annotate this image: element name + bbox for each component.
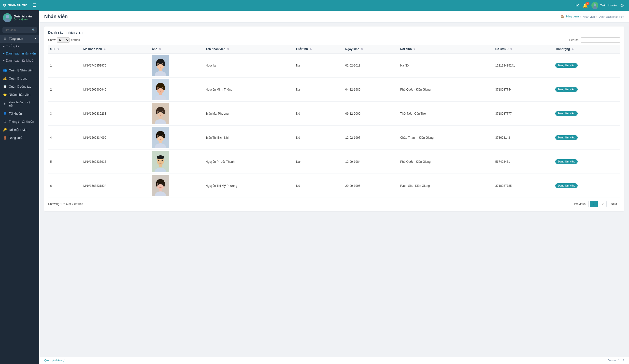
cell-tinh-trang: Đang làm việc (553, 174, 620, 198)
cell-gioi-tinh: Nữ (294, 102, 343, 126)
sort-icon: ⇅ (361, 48, 363, 51)
col-ten-nhan-vien[interactable]: Tên nhân viên ⇅ (204, 45, 294, 53)
col-ngay-sinh[interactable]: Ngày sinh ⇅ (343, 45, 398, 53)
user-info: Quản trị viên Quản trị viên (14, 15, 32, 21)
topbar-icons: ✉ 🔔 9 Quản trị viên ⚙ (575, 2, 624, 9)
col-anh[interactable]: Ảnh ⇅ (150, 45, 204, 53)
status-badge: Đang làm việc (555, 183, 578, 188)
star-icon: ⭐ (3, 93, 7, 96)
settings-icon: ⚙ (620, 3, 624, 8)
svg-point-11 (158, 64, 159, 65)
sidebar-item-tai-khoan[interactable]: 👤 Tài khoản › (0, 109, 39, 118)
topbar-username: Quản trị viên (600, 4, 617, 7)
sidebar-item-label: Đăng xuất (9, 136, 22, 140)
card-title: Danh sách nhân viên (48, 30, 620, 34)
svg-point-30 (161, 112, 163, 113)
col-gioi-tinh[interactable]: Giới tính ⇅ (294, 45, 343, 53)
sidebar-item-label: Thông tin tài khoản (9, 120, 34, 123)
sidebar-item-tong-quan[interactable]: ⊞ Tổng quan ▾ (0, 35, 39, 43)
cell-ngay-sinh: 09-12-2000 (343, 102, 398, 126)
cell-stt: 1 (48, 53, 81, 78)
cell-ngay-sinh: 12-02-1997 (343, 126, 398, 150)
cell-tinh-trang: Đang làm việc (553, 53, 620, 78)
cell-ngay-sinh: 20-09-1996 (343, 174, 398, 198)
sidebar-item-khen-thuong[interactable]: 🎖 Khen thưởng - Kỷ luật › (0, 99, 39, 109)
mail-button[interactable]: ✉ (575, 3, 579, 8)
search-input[interactable] (2, 27, 37, 33)
sidebar-item-quan-ly-luong[interactable]: 💰 Quản lý lương › (0, 74, 39, 83)
cell-stt: 6 (48, 174, 81, 198)
topbar-user[interactable]: Quản trị viên (591, 2, 617, 9)
cell-ma: MNV1569834099 (81, 126, 150, 150)
table-row: 6 MNV1568831824 Nguyễn Thị Mỹ Phương Nữ … (48, 174, 620, 198)
page-1-button[interactable]: 1 (590, 201, 598, 207)
account-icon: 👤 (3, 112, 7, 115)
breadcrumb-link-tong-quan[interactable]: Tổng quan (566, 15, 579, 18)
hamburger-icon[interactable]: ☰ (32, 2, 36, 8)
chevron-down-icon: ▾ (35, 37, 36, 40)
table-row: 3 MNV1569835233 Trần Mai Phương Nữ 09-12… (48, 102, 620, 126)
chevron-right-icon: › (36, 93, 36, 96)
sidebar-header: QL NHAN SU VIP ☰ (0, 0, 39, 10)
svg-point-55 (161, 184, 163, 185)
table-row: 5 MNV1569833913 Nguyễn Phước Thanh Nam 1… (48, 150, 620, 174)
breadcrumb-nhan-vien: Nhân viên (583, 15, 595, 18)
avatar (3, 13, 12, 22)
cell-noi-sinh: Rạch Giá - Kiên Giang (398, 174, 493, 198)
sidebar-item-doi-mat-khau[interactable]: 🔑 Đổi mật khẩu (0, 126, 39, 134)
cell-photo (150, 150, 204, 174)
col-noi-sinh[interactable]: Nơi sinh ⇅ (398, 45, 493, 53)
svg-rect-27 (156, 109, 157, 114)
chevron-right-icon: › (36, 77, 36, 80)
sort-icon: ⇅ (310, 48, 312, 51)
cell-ma: MNV1568831824 (81, 174, 150, 198)
cell-noi-sinh: Phú Quốc - Kiên Giang (398, 78, 493, 102)
sidebar-item-thong-tin-tai-khoan[interactable]: ℹ Thông tin tài khoản (0, 118, 39, 126)
chevron-right-icon: › (36, 112, 36, 115)
page-2-button[interactable]: 2 (599, 201, 607, 207)
status-badge: Đang làm việc (555, 111, 578, 116)
notification-badge: 9 (586, 2, 590, 5)
cell-stt: 3 (48, 102, 81, 126)
sort-icon: ⇅ (572, 48, 574, 51)
table-search-input[interactable] (581, 37, 620, 43)
show-entries: Show 6 10 25 50 100 entries (48, 37, 80, 43)
employee-photo (152, 127, 169, 148)
footer-link[interactable]: Quản lý nhân sự. (44, 359, 65, 362)
status-badge: Đang làm việc (555, 159, 578, 164)
previous-button[interactable]: Previous (571, 201, 589, 207)
sidebar-user-section: Quản trị viên Quản trị viên (0, 10, 39, 25)
col-stt[interactable]: STT ⇅ (48, 45, 81, 53)
sidebar-item-thong-ke[interactable]: Thống kê (0, 43, 39, 50)
svg-rect-52 (156, 182, 157, 186)
sidebar-item-label: Tài khoản (9, 112, 22, 115)
chevron-right-icon: › (36, 103, 36, 105)
table-body: 1 MNV1740851975 Ngọc lan Nam 02-02-2018 (48, 53, 620, 198)
breadcrumb-danh-sach: Danh sách nhân viên (599, 15, 624, 18)
notification-button[interactable]: 🔔 9 (583, 3, 588, 8)
topbar-avatar (591, 2, 598, 9)
pagination: Previous 1 2 Next (571, 201, 620, 207)
sidebar-item-danh-sach-tai-khoan[interactable]: Danh sách tài khoản (0, 57, 39, 64)
col-ma-nhan-vien[interactable]: Mã nhân viên ⇅ (81, 45, 150, 53)
settings-button[interactable]: ⚙ (620, 3, 624, 8)
sidebar-search-wrapper: 🔍 (0, 25, 39, 35)
col-so-cmnd[interactable]: Số CMND ⇅ (493, 45, 554, 53)
sidebar-item-label: Quản lý Nhân viên (9, 69, 33, 72)
dot-icon (3, 46, 4, 47)
sidebar-item-quan-ly-cong-tac[interactable]: 📋 Quản lý công tác › (0, 83, 39, 91)
sidebar-item-nhom-nhan-vien[interactable]: ⭐ Nhóm nhân viên › (0, 91, 39, 99)
sidebar-item-label: Nhóm nhân viên (9, 93, 30, 96)
logout-icon: 🚪 (3, 136, 7, 140)
divider (0, 65, 39, 65)
content-area: Danh sách nhân viên Show 6 10 25 50 100 … (39, 23, 629, 357)
table-row: 4 MNV1569834099 Trần Thị Bích Nhi Nữ 12-… (48, 126, 620, 150)
sidebar-item-danh-sach-nhan-vien[interactable]: Danh sách nhân viên (0, 50, 39, 57)
next-button[interactable]: Next (608, 201, 620, 207)
entries-select[interactable]: 6 10 25 50 100 (57, 37, 70, 43)
sidebar-item-quan-ly-nhan-vien[interactable]: 👥 Quản lý Nhân viên › (0, 66, 39, 74)
mail-icon: ✉ (575, 3, 579, 8)
sidebar-item-dang-xuat[interactable]: 🚪 Đăng xuất (0, 134, 39, 142)
svg-point-0 (6, 15, 9, 18)
col-tinh-trang[interactable]: Tình trạng ⇅ (553, 45, 620, 53)
